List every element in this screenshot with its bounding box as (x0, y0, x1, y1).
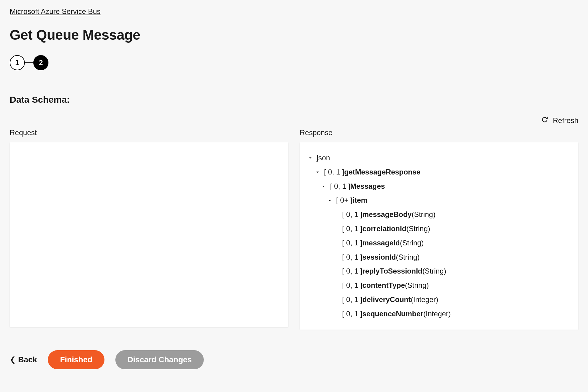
back-label: Back (18, 355, 37, 364)
chevron-down-icon (307, 154, 314, 161)
chevron-down-icon (320, 183, 327, 190)
tree-leaf[interactable]: [ 0, 1 ] sequenceNumber (Integer) (307, 307, 571, 321)
response-body: json [ 0, 1 ] getMessageResponse [ 0, 1 … (300, 142, 578, 330)
tree-leaf[interactable]: [ 0, 1 ] messageId (String) (307, 236, 571, 250)
request-body (10, 142, 288, 327)
tree-node-label: json (317, 151, 330, 165)
tree-leaf-cardinality: [ 0, 1 ] (342, 264, 362, 278)
tree-leaf-type: (String) (396, 250, 420, 264)
tree-leaf-name: correlationId (362, 222, 406, 236)
tree-leaf-name: messageId (362, 236, 400, 250)
step-connector (25, 62, 33, 63)
tree-leaf-type: (String) (405, 278, 429, 293)
tree-node-messages[interactable]: [ 0, 1 ] Messages (307, 179, 571, 194)
refresh-icon (541, 116, 549, 125)
tree-node-item[interactable]: [ 0+ ] item (307, 193, 571, 208)
response-panel: Response json [ 0, 1 ] getMessageRespons… (300, 128, 578, 330)
tree-leaf-type: (String) (406, 222, 430, 236)
tree-node-name: getMessageResponse (344, 165, 421, 179)
tree-leaf-type: (Integer) (411, 293, 438, 307)
chevron-down-icon (326, 197, 333, 204)
tree-leaf-name: replyToSessionId (362, 264, 422, 278)
tree-node-name: Messages (350, 179, 385, 194)
tree-leaf-cardinality: [ 0, 1 ] (342, 208, 362, 222)
tree-leaf[interactable]: [ 0, 1 ] correlationId (String) (307, 222, 571, 236)
tree-node-json[interactable]: json (307, 151, 571, 165)
finished-button[interactable]: Finished (48, 350, 104, 369)
footer-actions: ❮ Back Finished Discard Changes (10, 350, 578, 369)
page-title: Get Queue Message (10, 27, 578, 43)
response-tree: json [ 0, 1 ] getMessageResponse [ 0, 1 … (307, 151, 571, 321)
tree-leaf-type: (Integer) (423, 307, 451, 321)
tree-leaf[interactable]: [ 0, 1 ] sessionId (String) (307, 250, 571, 264)
step-1[interactable]: 1 (10, 55, 25, 70)
tree-leaf-type: (String) (422, 264, 446, 278)
breadcrumb[interactable]: Microsoft Azure Service Bus (10, 7, 101, 15)
tree-node-cardinality: [ 0+ ] (336, 193, 352, 208)
step-2[interactable]: 2 (33, 55, 48, 70)
request-label: Request (10, 128, 288, 137)
tree-leaf-name: deliveryCount (362, 293, 411, 307)
refresh-button[interactable]: Refresh (541, 116, 578, 125)
tree-leaf-type: (String) (400, 236, 424, 250)
tree-leaf-name: contentType (362, 278, 405, 293)
tree-node-name: item (352, 193, 367, 208)
tree-leaf-name: sessionId (362, 250, 396, 264)
tree-leaf-cardinality: [ 0, 1 ] (342, 293, 362, 307)
response-label: Response (300, 128, 578, 137)
tree-node-cardinality: [ 0, 1 ] (324, 165, 344, 179)
back-button[interactable]: ❮ Back (10, 355, 37, 364)
tree-leaf-type: (String) (411, 208, 435, 222)
tree-leaf-name: sequenceNumber (362, 307, 423, 321)
tree-leaf[interactable]: [ 0, 1 ] replyToSessionId (String) (307, 264, 571, 278)
tree-leaf-cardinality: [ 0, 1 ] (342, 278, 362, 293)
chevron-left-icon: ❮ (10, 356, 16, 363)
tree-leaf-cardinality: [ 0, 1 ] (342, 236, 362, 250)
tree-leaf-cardinality: [ 0, 1 ] (342, 222, 362, 236)
tree-leaf-name: messageBody (362, 208, 412, 222)
tree-leaf-cardinality: [ 0, 1 ] (342, 250, 362, 264)
tree-leaf[interactable]: [ 0, 1 ] messageBody (String) (307, 208, 571, 222)
chevron-down-icon (314, 169, 321, 175)
request-panel: Request (10, 128, 288, 330)
stepper: 1 2 (10, 55, 578, 70)
refresh-label: Refresh (553, 116, 578, 125)
tree-leaf[interactable]: [ 0, 1 ] contentType (String) (307, 278, 571, 293)
discard-changes-button[interactable]: Discard Changes (115, 350, 204, 369)
tree-leaf-cardinality: [ 0, 1 ] (342, 307, 362, 321)
tree-node-cardinality: [ 0, 1 ] (330, 179, 350, 194)
data-schema-heading: Data Schema: (10, 95, 578, 105)
tree-leaf[interactable]: [ 0, 1 ] deliveryCount (Integer) (307, 293, 571, 307)
tree-node-getMessageResponse[interactable]: [ 0, 1 ] getMessageResponse (307, 165, 571, 179)
